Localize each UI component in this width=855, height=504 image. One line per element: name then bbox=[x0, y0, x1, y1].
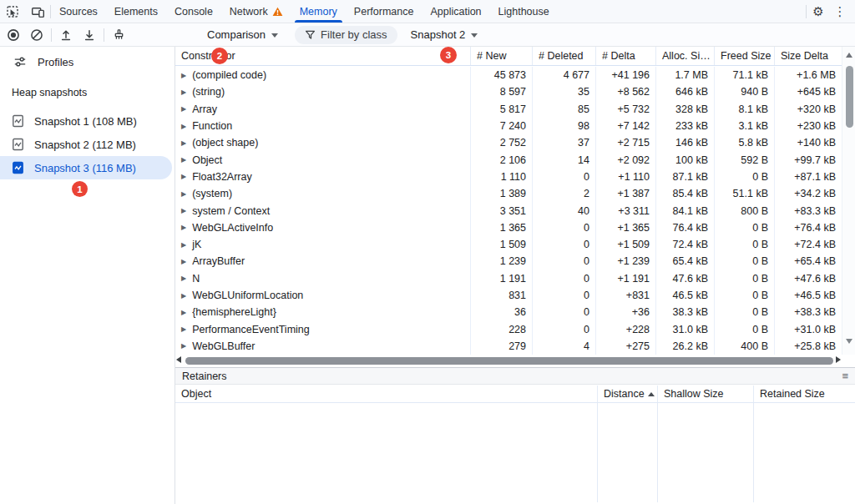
expand-arrow-icon[interactable]: ▶ bbox=[181, 139, 186, 147]
new-cell[interactable]: 36 bbox=[470, 304, 532, 320]
delta-cell[interactable]: +1 509 bbox=[595, 236, 655, 253]
delta-cell[interactable]: +2 715 bbox=[595, 134, 655, 151]
delta-cell[interactable]: +275 bbox=[595, 338, 655, 355]
tab-sources[interactable]: Sources bbox=[51, 0, 106, 23]
delta-cell[interactable]: +5 732 bbox=[595, 101, 655, 118]
delta-cell[interactable]: +3 311 bbox=[595, 202, 655, 219]
deleted-cell[interactable]: 40 bbox=[532, 202, 595, 219]
constructor-cell[interactable]: ▶Object bbox=[175, 151, 470, 168]
size-delta-cell[interactable]: +83.3 kB bbox=[774, 202, 842, 219]
column-header-object[interactable]: Object bbox=[175, 386, 597, 402]
alloc-size-cell[interactable]: 146 kB bbox=[655, 134, 714, 151]
freed-size-cell[interactable]: 71.1 kB bbox=[714, 67, 774, 83]
new-cell[interactable]: 831 bbox=[470, 287, 532, 304]
alloc-size-cell[interactable]: 84.1 kB bbox=[655, 202, 714, 219]
deleted-cell[interactable]: 4 677 bbox=[532, 67, 595, 83]
new-cell[interactable]: 1 110 bbox=[470, 169, 532, 185]
deleted-cell[interactable]: 0 bbox=[532, 287, 595, 304]
constructor-cell[interactable]: ▶ArrayBuffer bbox=[175, 253, 470, 270]
column-header-distance[interactable]: Distance bbox=[597, 386, 657, 402]
sidebar-item-snapshot-2[interactable]: Snapshot 2 (112 MB) bbox=[0, 133, 172, 156]
freed-size-cell[interactable]: 0 B bbox=[714, 304, 774, 320]
freed-size-cell[interactable]: 592 B bbox=[714, 151, 774, 168]
table-row[interactable]: ▶system / Context3 35140+3 31184.1 kB800… bbox=[175, 202, 842, 219]
table-row[interactable]: ▶(compiled code)45 8734 677+41 1961.7 MB… bbox=[175, 67, 842, 83]
size-delta-cell[interactable]: +87.1 kB bbox=[774, 169, 842, 185]
new-cell[interactable]: 1 191 bbox=[470, 270, 532, 287]
table-row[interactable]: ▶WebGLActiveInfo1 3650+1 36576.4 kB0 B+7… bbox=[175, 219, 842, 236]
freed-size-cell[interactable]: 8.1 kB bbox=[714, 101, 774, 118]
new-cell[interactable]: 8 597 bbox=[470, 83, 532, 100]
sidebar-item-snapshot-1[interactable]: Snapshot 1 (108 MB) bbox=[0, 109, 172, 133]
delta-cell[interactable]: +8 562 bbox=[595, 83, 655, 100]
size-delta-cell[interactable]: +25.8 kB bbox=[774, 338, 842, 355]
load-profile-icon[interactable] bbox=[54, 24, 78, 46]
delta-cell[interactable]: +7 142 bbox=[595, 118, 655, 134]
constructor-cell[interactable]: ▶WebGLActiveInfo bbox=[175, 219, 470, 236]
new-cell[interactable]: 45 873 bbox=[470, 67, 532, 83]
settings-gear-icon[interactable]: ⚙ bbox=[808, 2, 828, 22]
new-cell[interactable]: 279 bbox=[470, 338, 532, 355]
hamburger-menu-icon[interactable]: ≡ bbox=[842, 370, 848, 381]
delta-cell[interactable]: +1 365 bbox=[595, 219, 655, 236]
constructor-cell[interactable]: ▶WebGLUniformLocation bbox=[175, 287, 470, 304]
alloc-size-cell[interactable]: 1.7 MB bbox=[655, 67, 714, 83]
constructor-cell[interactable]: ▶(object shape) bbox=[175, 134, 470, 151]
freed-size-cell[interactable]: 5.8 kB bbox=[714, 134, 774, 151]
size-delta-cell[interactable]: +645 kB bbox=[774, 83, 842, 100]
deleted-cell[interactable]: 4 bbox=[532, 338, 595, 355]
new-cell[interactable]: 3 351 bbox=[470, 202, 532, 219]
table-row[interactable]: ▶WebGLBuffer2794+27526.2 kB400 B+25.8 kB bbox=[175, 338, 842, 355]
class-filter-input[interactable]: Filter by class bbox=[295, 26, 397, 44]
delta-cell[interactable]: +228 bbox=[595, 320, 655, 337]
size-delta-cell[interactable]: +140 kB bbox=[774, 134, 842, 151]
constructor-cell[interactable]: ▶WebGLBuffer bbox=[175, 338, 470, 355]
expand-arrow-icon[interactable]: ▶ bbox=[181, 190, 186, 198]
base-snapshot-dropdown[interactable]: Snapshot 2 bbox=[406, 28, 483, 41]
deleted-cell[interactable]: 35 bbox=[532, 83, 595, 100]
freed-size-cell[interactable]: 0 B bbox=[714, 287, 774, 304]
expand-arrow-icon[interactable]: ▶ bbox=[181, 72, 186, 79]
new-cell[interactable]: 5 817 bbox=[470, 101, 532, 118]
constructor-cell[interactable]: ▶(compiled code) bbox=[175, 67, 470, 83]
table-row[interactable]: ▶Object2 10614+2 092100 kB592 B+99.7 kB bbox=[175, 151, 842, 168]
freed-size-cell[interactable]: 800 B bbox=[714, 202, 774, 219]
deleted-cell[interactable]: 37 bbox=[532, 134, 595, 151]
new-cell[interactable]: 1 239 bbox=[470, 253, 532, 270]
new-cell[interactable]: 2 106 bbox=[470, 151, 532, 168]
expand-arrow-icon[interactable]: ▶ bbox=[181, 224, 186, 231]
table-row[interactable]: ▶N1 1910+1 19147.6 kB0 B+47.6 kB bbox=[175, 270, 842, 287]
table-row[interactable]: ▶jK1 5090+1 50972.4 kB0 B+72.4 kB bbox=[175, 236, 842, 253]
column-header-alloc-size[interactable]: Alloc. Si… bbox=[655, 47, 714, 65]
column-header-new[interactable]: # New bbox=[470, 47, 532, 65]
freed-size-cell[interactable]: 0 B bbox=[714, 253, 774, 270]
deleted-cell[interactable]: 2 bbox=[532, 185, 595, 202]
table-row[interactable]: ▶Function7 24098+7 142233 kB3.1 kB+230 k… bbox=[175, 118, 842, 134]
freed-size-cell[interactable]: 3.1 kB bbox=[714, 118, 774, 134]
constructor-cell[interactable]: ▶{hemisphereLight} bbox=[175, 304, 470, 320]
freed-size-cell[interactable]: 0 B bbox=[714, 320, 774, 337]
freed-size-cell[interactable]: 0 B bbox=[714, 169, 774, 185]
column-header-freed-size[interactable]: Freed Size bbox=[714, 47, 774, 65]
perspective-dropdown[interactable]: Comparison bbox=[202, 28, 283, 41]
constructor-cell[interactable]: ▶Function bbox=[175, 118, 470, 134]
inspect-element-icon[interactable] bbox=[0, 0, 25, 23]
size-delta-cell[interactable]: +34.2 kB bbox=[774, 185, 842, 202]
expand-arrow-icon[interactable]: ▶ bbox=[181, 156, 186, 164]
size-delta-cell[interactable]: +1.6 MB bbox=[774, 67, 842, 83]
deleted-cell[interactable]: 0 bbox=[532, 169, 595, 185]
alloc-size-cell[interactable]: 26.2 kB bbox=[655, 338, 714, 355]
expand-arrow-icon[interactable]: ▶ bbox=[181, 292, 186, 300]
scroll-right-icon[interactable] bbox=[836, 356, 841, 363]
table-row[interactable]: ▶ArrayBuffer1 2390+1 23965.4 kB0 B+65.4 … bbox=[175, 253, 842, 270]
freed-size-cell[interactable]: 0 B bbox=[714, 270, 774, 287]
alloc-size-cell[interactable]: 646 kB bbox=[655, 83, 714, 100]
freed-size-cell[interactable]: 51.1 kB bbox=[714, 185, 774, 202]
alloc-size-cell[interactable]: 47.6 kB bbox=[655, 270, 714, 287]
tab-performance[interactable]: Performance bbox=[346, 0, 422, 23]
new-cell[interactable]: 2 752 bbox=[470, 134, 532, 151]
delta-cell[interactable]: +2 092 bbox=[595, 151, 655, 168]
delta-cell[interactable]: +1 239 bbox=[595, 253, 655, 270]
alloc-size-cell[interactable]: 328 kB bbox=[655, 101, 714, 118]
new-cell[interactable]: 7 240 bbox=[470, 118, 532, 134]
